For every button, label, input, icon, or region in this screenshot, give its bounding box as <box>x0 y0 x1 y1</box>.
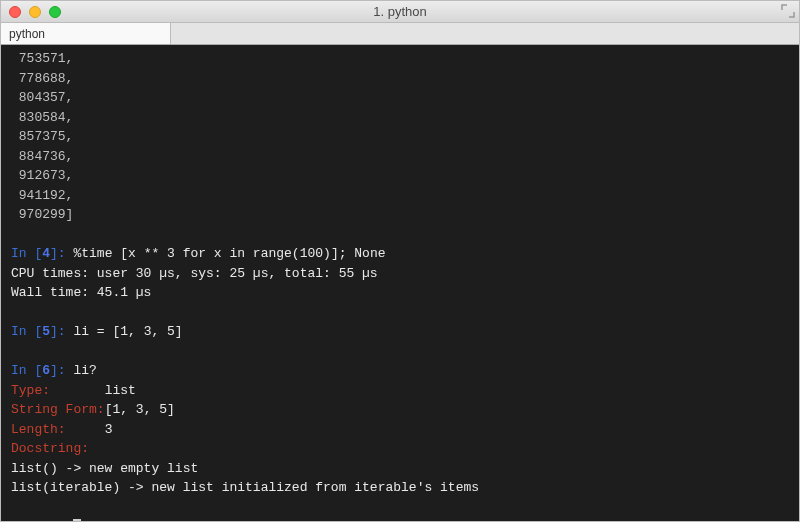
docstring-line: list(iterable) -> new list initialized f… <box>11 480 479 495</box>
info-type-value: list <box>105 383 136 398</box>
info-stringform-value: [1, 3, 5] <box>105 402 175 417</box>
prompt-suffix: ]: <box>50 324 73 339</box>
output-line: 753571, <box>11 51 73 66</box>
titlebar: 1. python <box>1 1 799 23</box>
code-line: li = [1, 3, 5] <box>73 324 182 339</box>
output-line: 941192, <box>11 188 73 203</box>
prompt-in: In [ <box>11 246 42 261</box>
info-docstring-label: Docstring: <box>11 441 89 456</box>
timing-cpu: CPU times: user 30 µs, sys: 25 µs, total… <box>11 266 378 281</box>
prompt-suffix: ]: <box>50 519 73 521</box>
window-title: 1. python <box>1 4 799 19</box>
tab-python[interactable]: python <box>1 23 171 44</box>
prompt-in: In [ <box>11 324 42 339</box>
prompt-suffix: ]: <box>50 363 73 378</box>
output-line: 884736, <box>11 149 73 164</box>
output-line: 778688, <box>11 71 73 86</box>
info-length-value: 3 <box>105 422 113 437</box>
code-line: li? <box>73 363 96 378</box>
timing-wall: Wall time: 45.1 µs <box>11 285 151 300</box>
info-stringform-label: String Form: <box>11 402 105 417</box>
info-type-label: Type: <box>11 383 105 398</box>
output-line: 830584, <box>11 110 73 125</box>
prompt-num: 5 <box>42 324 50 339</box>
output-line: 857375, <box>11 129 73 144</box>
prompt-num: 4 <box>42 246 50 261</box>
code-line: %time [x ** 3 for x in range(100)]; None <box>73 246 385 261</box>
prompt-num: 6 <box>42 363 50 378</box>
cursor <box>73 519 81 521</box>
output-line: 804357, <box>11 90 73 105</box>
info-length-label: Length: <box>11 422 105 437</box>
prompt-in: In [ <box>11 519 42 521</box>
app-window: 1. python python 753571, 778688, 804357,… <box>0 0 800 522</box>
terminal[interactable]: 753571, 778688, 804357, 830584, 857375, … <box>1 45 799 521</box>
prompt-num: 7 <box>42 519 50 521</box>
prompt-suffix: ]: <box>50 246 73 261</box>
prompt-in: In [ <box>11 363 42 378</box>
output-line: 912673, <box>11 168 73 183</box>
fullscreen-icon[interactable] <box>781 4 795 18</box>
output-line: 970299] <box>11 207 73 222</box>
tab-bar: python <box>1 23 799 45</box>
docstring-line: list() -> new empty list <box>11 461 198 476</box>
